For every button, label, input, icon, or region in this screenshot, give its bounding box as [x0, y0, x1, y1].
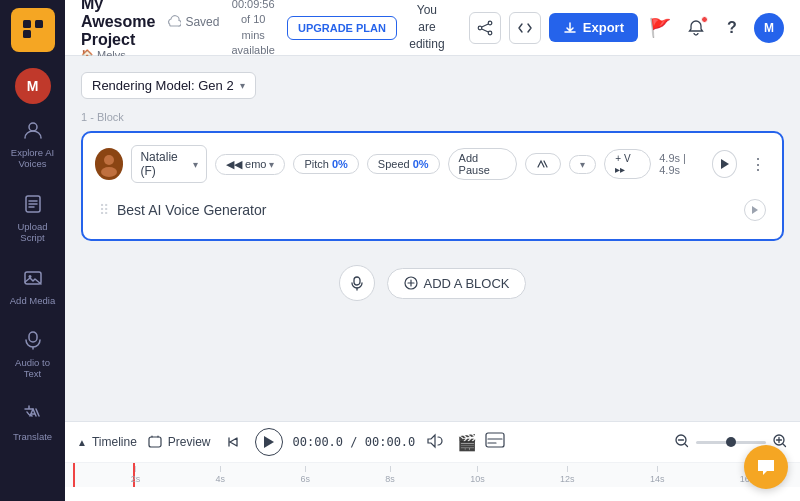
- translate-icon: [19, 400, 47, 428]
- sidebar-item-add-media[interactable]: Add Media: [5, 256, 61, 314]
- explore-ai-voices-icon: [19, 116, 47, 144]
- preview-icon: [147, 434, 163, 450]
- skip-back-button[interactable]: [221, 430, 245, 454]
- preview-section: Preview: [147, 434, 211, 450]
- add-block-button[interactable]: ADD A BLOCK: [387, 268, 527, 299]
- timeline-toggle[interactable]: ▲ Timeline: [77, 435, 137, 449]
- ruler-mark-6s: 6s: [300, 466, 310, 484]
- block-more-button[interactable]: ⋮: [745, 150, 770, 178]
- sidebar-item-audio-to-text[interactable]: Audio to Text: [5, 318, 61, 388]
- main-area: M Explore AI Voices Upload Sc: [0, 0, 800, 501]
- svg-rect-2: [23, 30, 31, 38]
- zoom-out-icon[interactable]: [674, 433, 690, 452]
- pitch-label: Pitch: [304, 158, 328, 170]
- block-text[interactable]: Best AI Voice Generator: [117, 202, 736, 218]
- add-pause-button[interactable]: Add Pause: [448, 148, 518, 180]
- svg-point-8: [488, 21, 492, 25]
- chat-bubble-button[interactable]: [744, 445, 788, 489]
- audio-to-text-icon: [19, 326, 47, 354]
- user-avatar[interactable]: M: [754, 13, 784, 43]
- project-title: My Awesome Project: [81, 0, 155, 49]
- block-header: Natalie (F) ▾ ◀◀ emo ▾ Pitch 0%: [95, 145, 770, 183]
- top-header: My Awesome Project Saved 🏠 Melvs: [65, 0, 800, 56]
- voice-selector[interactable]: Natalie (F) ▾: [131, 145, 207, 183]
- cloud-icon: [167, 15, 181, 29]
- drag-handle-icon[interactable]: ⠿: [99, 202, 109, 218]
- voice-chevron-icon: ▾: [193, 159, 198, 170]
- ruler-mark-8s: 8s: [385, 466, 395, 484]
- svg-rect-0: [23, 20, 31, 28]
- volume-button[interactable]: [425, 432, 443, 453]
- ruler-mark-10s: 10s: [470, 466, 485, 484]
- subtitles-icon[interactable]: [485, 432, 505, 452]
- add-media-icon: [19, 264, 47, 292]
- sidebar-item-upload-script[interactable]: Upload Script: [5, 182, 61, 252]
- timeline-icons: 🎬: [457, 432, 505, 452]
- effects-icon: [536, 157, 550, 171]
- time-info: 00:09:56 of 10 mins available: [231, 0, 275, 58]
- content-area: Rendering Model: Gen 2 ▾ 1 - Block: [65, 56, 800, 421]
- embed-button[interactable]: [509, 12, 541, 44]
- add-media-label: Add Media: [10, 295, 55, 306]
- text-play-button[interactable]: [744, 199, 766, 221]
- sidebar-item-translate[interactable]: Translate: [5, 392, 61, 450]
- svg-point-10: [478, 26, 482, 30]
- help-button[interactable]: ?: [718, 14, 746, 42]
- extra-chevron-icon: ▾: [580, 159, 585, 170]
- logo[interactable]: [11, 8, 55, 52]
- mic-button[interactable]: [339, 265, 375, 301]
- add-pause-label: Add Pause: [459, 152, 507, 176]
- sidebar-user-avatar[interactable]: M: [15, 68, 51, 104]
- ruler-mark-14s: 14s: [650, 466, 665, 484]
- flag-button[interactable]: 🚩: [646, 14, 674, 42]
- rendering-model-select[interactable]: Rendering Model: Gen 2 ▾: [81, 72, 256, 99]
- timeline-controls: ▲ Timeline Preview 00:00.0 / 00:00.0: [65, 422, 800, 463]
- svg-rect-15: [149, 437, 161, 447]
- sidebar: M Explore AI Voices Upload Sc: [0, 0, 65, 501]
- share-button[interactable]: [469, 12, 501, 44]
- upgrade-button[interactable]: UPGRADE PLAN: [287, 16, 397, 40]
- ruler-mark-12s: 12s: [560, 466, 575, 484]
- chat-icon: [755, 456, 777, 478]
- bottom-bar: ▲ Timeline Preview 00:00.0 / 00:00.0: [65, 421, 800, 501]
- timeline-label-text: Timeline: [92, 435, 137, 449]
- export-button[interactable]: Export: [549, 13, 638, 42]
- speed-control[interactable]: Speed 0%: [367, 154, 440, 174]
- bell-button[interactable]: [682, 14, 710, 42]
- playhead-indicator: [73, 463, 75, 487]
- app-container: M Explore AI Voices Upload Sc: [0, 0, 800, 501]
- notification-dot: [701, 16, 708, 23]
- svg-point-3: [29, 123, 37, 131]
- voice-chevron-dropdown[interactable]: ▾: [569, 155, 596, 174]
- export-label: Export: [583, 20, 624, 35]
- block-container: Natalie (F) ▾ ◀◀ emo ▾ Pitch 0%: [81, 131, 784, 241]
- speed-value: 0%: [413, 158, 429, 170]
- svg-rect-16: [486, 433, 504, 447]
- block-play-button[interactable]: [712, 150, 737, 178]
- svg-rect-13: [354, 277, 360, 285]
- sidebar-item-explore-ai-voices[interactable]: Explore AI Voices: [5, 108, 61, 178]
- translate-label: Translate: [13, 431, 52, 442]
- svg-point-12: [101, 167, 117, 177]
- voice-name: Natalie (F): [140, 150, 189, 178]
- style-selector[interactable]: ◀◀ emo ▾: [215, 154, 285, 175]
- text-row: ⠿ Best AI Voice Generator: [95, 193, 770, 227]
- play-pause-button[interactable]: [255, 428, 283, 456]
- add-block-area: ADD A BLOCK: [81, 253, 784, 313]
- audio-to-text-label: Audio to Text: [9, 357, 57, 380]
- clapperboard-icon[interactable]: 🎬: [457, 433, 477, 452]
- pitch-value: 0%: [332, 158, 348, 170]
- preview-label-text: Preview: [168, 435, 211, 449]
- zoom-slider[interactable]: [696, 441, 766, 444]
- plus-circle-icon: [404, 276, 418, 290]
- block-number-label: 1 - Block: [81, 111, 784, 123]
- speed-label: Speed: [378, 158, 410, 170]
- chevron-up-icon: ▲: [77, 437, 87, 448]
- editing-badge: You are editing: [409, 2, 445, 52]
- time-used: 00:09:56 of 10 mins: [231, 0, 275, 43]
- pitch-control[interactable]: Pitch 0%: [293, 154, 358, 174]
- style-label: emo: [245, 158, 266, 170]
- effects-control[interactable]: [525, 153, 561, 175]
- volume-control[interactable]: + V ▸▸: [604, 149, 651, 179]
- header-actions: Export 🚩 ? M: [469, 12, 784, 44]
